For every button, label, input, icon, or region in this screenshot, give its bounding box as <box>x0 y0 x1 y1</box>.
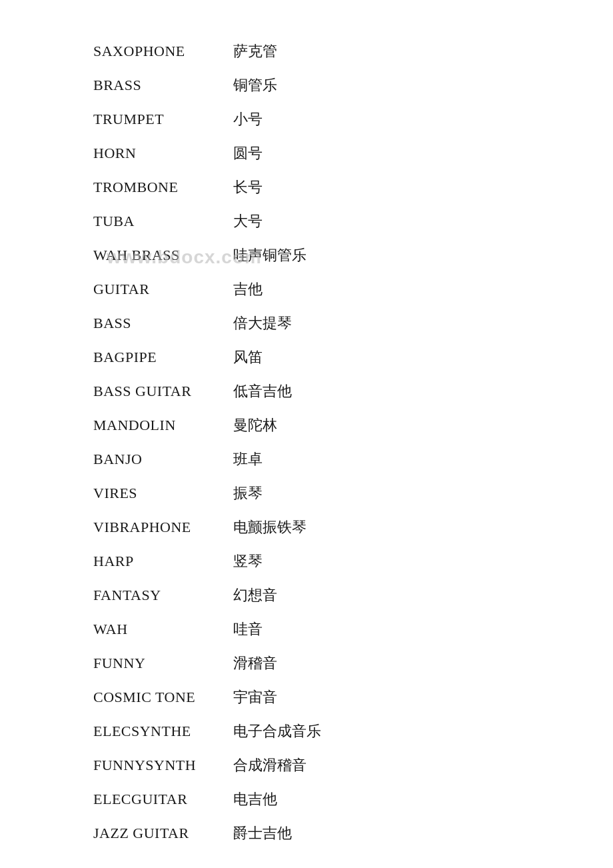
instrument-row: ELECSYNTHE电子合成音乐 <box>93 720 520 742</box>
instrument-name-en: VIRES <box>93 482 227 504</box>
instrument-name-cn: 低音吉他 <box>233 380 292 402</box>
instrument-name-cn: 吉他 <box>233 278 263 300</box>
instrument-row: JAZZ GUITAR爵士吉他 <box>93 822 520 844</box>
instrument-name-en: TRUMPET <box>93 108 227 130</box>
instrument-row: TUBA大号 <box>93 210 520 232</box>
instrument-name-cn: 风笛 <box>233 346 263 368</box>
instrument-name-en: ELECGUITAR <box>93 788 227 810</box>
instrument-row: BANJO班卓 <box>93 448 520 470</box>
instrument-name-cn: 班卓 <box>233 448 263 470</box>
instrument-name-en: VIBRAPHONE <box>93 516 227 538</box>
instrument-row: VIRES振琴 <box>93 482 520 504</box>
instrument-row: ELECGUITAR电吉他 <box>93 788 520 810</box>
instrument-row: FUNNY滑稽音 <box>93 652 520 674</box>
instrument-row: WAH BRASS哇声铜管乐 <box>93 244 520 266</box>
instrument-name-en: ELECSYNTHE <box>93 720 227 742</box>
instrument-row: HORN圆号 <box>93 142 520 164</box>
instrument-name-en: FANTASY <box>93 584 227 606</box>
instrument-name-en: BRASS <box>93 74 227 96</box>
instrument-list: SAXOPHONE萨克管BRASS铜管乐TRUMPET小号HORN圆号TROMB… <box>0 27 613 868</box>
instrument-name-cn: 宇宙音 <box>233 686 277 708</box>
instrument-name-cn: 哇音 <box>233 618 263 640</box>
instrument-name-cn: 哇声铜管乐 <box>233 244 306 266</box>
instrument-row: HARP竖琴 <box>93 550 520 572</box>
instrument-name-cn: 电颤振铁琴 <box>233 516 306 538</box>
instrument-name-cn: 长号 <box>233 176 263 198</box>
instrument-name-en: TROMBONE <box>93 176 227 198</box>
instrument-row: MANDOLIN曼陀林 <box>93 414 520 436</box>
instrument-name-en: JAZZ GUITAR <box>93 822 227 844</box>
instrument-name-en: BASS GUITAR <box>93 380 227 402</box>
instrument-name-en: BANJO <box>93 448 227 470</box>
instrument-name-cn: 爵士吉他 <box>233 822 292 844</box>
instrument-name-cn: 幻想音 <box>233 584 277 606</box>
instrument-name-en: SAXOPHONE <box>93 40 227 62</box>
instrument-row: GUITAR吉他 <box>93 278 520 300</box>
instrument-row: SAXOPHONE萨克管 <box>93 40 520 62</box>
instrument-name-cn: 小号 <box>233 108 263 130</box>
instrument-row: TROMBONE长号 <box>93 176 520 198</box>
instrument-name-en: MANDOLIN <box>93 414 227 436</box>
instrument-name-en: COSMIC TONE <box>93 686 227 708</box>
instrument-name-en: HARP <box>93 550 227 572</box>
instrument-name-cn: 振琴 <box>233 482 263 504</box>
instrument-name-cn: 电吉他 <box>233 788 277 810</box>
instrument-row: COSMIC TONE宇宙音 <box>93 686 520 708</box>
instrument-name-cn: 曼陀林 <box>233 414 277 436</box>
instrument-name-cn: 电子合成音乐 <box>233 720 321 742</box>
instrument-name-en: TUBA <box>93 210 227 232</box>
instrument-name-cn: 圆号 <box>233 142 263 164</box>
instrument-name-cn: 竖琴 <box>233 550 263 572</box>
instrument-name-cn: 大号 <box>233 210 263 232</box>
instrument-name-cn: 滑稽音 <box>233 652 277 674</box>
instrument-name-en: BASS <box>93 312 227 334</box>
instrument-name-cn: 合成滑稽音 <box>233 754 306 776</box>
instrument-row: VIBRAPHONE电颤振铁琴 <box>93 516 520 538</box>
instrument-name-cn: 铜管乐 <box>233 74 277 96</box>
instrument-row: BASS倍大提琴 <box>93 312 520 334</box>
instrument-name-en: GUITAR <box>93 278 227 300</box>
instrument-row: FANTASY幻想音 <box>93 584 520 606</box>
instrument-name-en: FUNNY <box>93 652 227 674</box>
instrument-name-en: WAH BRASS <box>93 244 227 266</box>
instrument-name-en: FUNNYSYNTH <box>93 754 227 776</box>
instrument-row: TRUMPET小号 <box>93 108 520 130</box>
instrument-row: WAH哇音 <box>93 618 520 640</box>
instrument-row: FUNNYSYNTH合成滑稽音 <box>93 754 520 776</box>
instrument-name-cn: 萨克管 <box>233 40 277 62</box>
instrument-name-en: WAH <box>93 618 227 640</box>
instrument-row: BASS GUITAR低音吉他 <box>93 380 520 402</box>
instrument-name-en: HORN <box>93 142 227 164</box>
instrument-name-en: BAGPIPE <box>93 346 227 368</box>
instrument-row: BRASS铜管乐 <box>93 74 520 96</box>
instrument-row: BAGPIPE风笛 <box>93 346 520 368</box>
instrument-name-cn: 倍大提琴 <box>233 312 292 334</box>
